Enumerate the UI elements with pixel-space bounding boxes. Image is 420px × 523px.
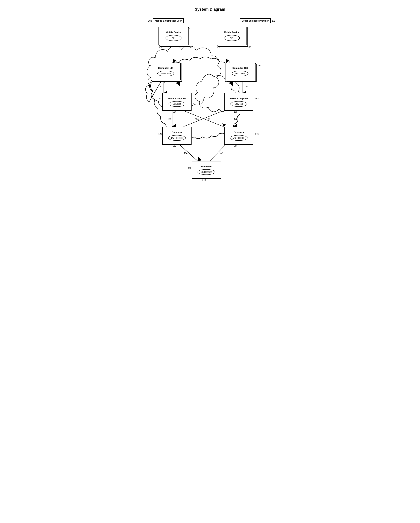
server-left-oval: Services — [169, 101, 185, 107]
mobile-user-group: 102 Mobile & Computer User — [148, 18, 184, 23]
db-bottom-label: Database — [201, 165, 212, 168]
computer-left-stack: Computer 114 Web Client 118 — [151, 63, 181, 80]
computer-right-oval: Web Client — [232, 71, 248, 76]
computer-left-label: Computer 114 — [158, 67, 173, 69]
mobile-device-left-api: API — [166, 35, 182, 41]
db-right-oval-num: 144 — [234, 145, 237, 147]
db-bottom-oval: DB Records — [198, 169, 215, 175]
db-left-oval-num: 130 — [173, 145, 176, 147]
mobile-device-left-stack-num: 104 — [159, 46, 162, 49]
server-right-oval: Services — [230, 101, 247, 107]
db-left-box: Database DB Records — [162, 127, 191, 145]
computer-left-box: Computer 114 Web Client — [151, 63, 181, 80]
server-left-oval-num: 124 — [173, 111, 176, 113]
mobile-device-right-stack: Mobile Device API 170 — [217, 27, 247, 45]
server-right-oval-num: 150 — [234, 111, 238, 113]
mobile-device-left-num: 108 — [188, 46, 192, 49]
mobile-device-left-label: Mobile Device — [166, 31, 181, 33]
db-right-num: 146 — [255, 133, 259, 135]
mobile-device-left-box: Mobile Device API — [158, 27, 189, 45]
mobile-user-num: 102 — [148, 20, 152, 22]
db-bottom-oval-num: 140 — [202, 179, 206, 181]
page: System Diagram — [139, 0, 281, 201]
mobile-device-right-num: 164 — [217, 46, 220, 49]
page-title: System Diagram — [143, 7, 277, 12]
arrow-label-136: 136 — [184, 152, 188, 155]
db-right-oval: DB Records — [230, 135, 247, 141]
computer-left-num: 116 — [147, 64, 151, 67]
mobile-device-right-box: Mobile Device API — [217, 27, 247, 45]
arrow-label-154: 154 — [245, 85, 248, 88]
server-right-num: 152 — [255, 98, 259, 100]
arrow-label-126: 126 — [168, 118, 171, 120]
db-bottom-num: 138 — [188, 167, 191, 169]
computer-right-oval-num: 156 — [236, 81, 239, 83]
local-biz-num: 172 — [272, 20, 275, 22]
local-biz-label: Local Business Provider — [240, 18, 271, 23]
svg-line-16 — [210, 144, 226, 161]
db-left-label: Database — [172, 131, 182, 134]
server-left-label: Server Computer — [167, 97, 186, 100]
db-right-label: Database — [234, 131, 244, 134]
server-left-num: 122 — [159, 98, 162, 100]
computer-right-num: 160 — [257, 64, 261, 67]
mobile-device-right-api-num: 170 — [247, 46, 251, 49]
arrow-label-142: 142 — [219, 152, 223, 155]
computer-right-stack: Computer 158 Web Client 156 — [225, 63, 255, 80]
computer-left-oval: Web Client — [157, 71, 174, 76]
mobile-user-label: Mobile & Computer User — [153, 18, 184, 23]
mobile-device-left-stack: Mobile Device API 108 — [158, 27, 189, 45]
computer-left-oval-num: 118 — [161, 81, 165, 83]
server-right-box: Server Computer Services — [224, 93, 253, 111]
db-bottom-box: Database DB Records — [192, 161, 221, 179]
mobile-device-right-api: API — [224, 35, 240, 41]
server-left-box: Server Computer Services — [162, 93, 191, 111]
svg-line-15 — [179, 144, 198, 161]
server-right-label: Server Computer — [229, 97, 248, 100]
arrow-label-148: 148 — [234, 118, 238, 120]
db-right-box: Database DB Records — [224, 127, 253, 145]
mobile-device-right-label: Mobile Device — [224, 31, 239, 33]
arrow-label-120: 120 — [158, 85, 162, 88]
arrow-label-132: 132 — [206, 118, 210, 120]
computer-right-label: Computer 158 — [232, 67, 248, 69]
diagram: 112 162 120 154 126 148 134 132 136 142 … — [143, 17, 277, 190]
db-left-num: 128 — [158, 133, 162, 135]
arrow-label-134: 134 — [195, 118, 198, 120]
computer-right-box: Computer 158 Web Client — [225, 63, 255, 80]
local-biz-group: Local Business Provider 172 — [240, 18, 276, 23]
db-left-oval: DB Records — [168, 135, 186, 141]
